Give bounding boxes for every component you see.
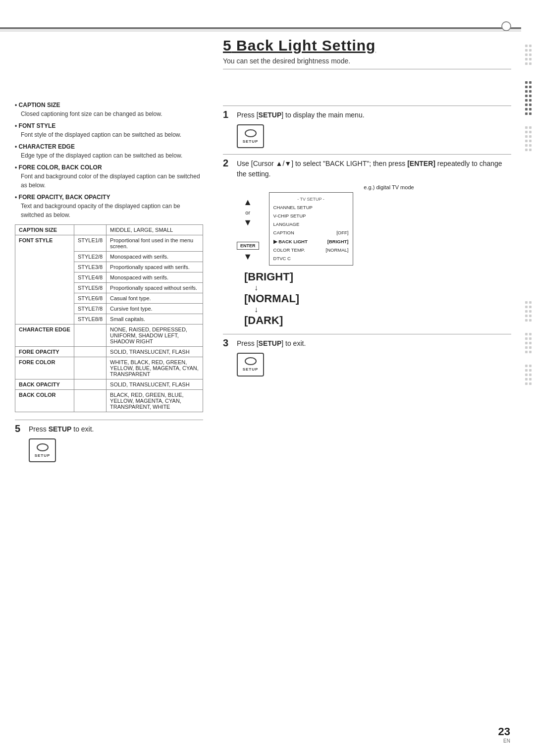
- setup-lens-icon: [37, 443, 49, 451]
- step2: 2 Use [Cursor ▲/▼] to select "BACK LIGHT…: [223, 159, 511, 327]
- settings-table: CAPTION SIZE MIDDLE, LARGE, SMALL FONT S…: [15, 224, 203, 412]
- step3: 3 Press [SETUP] to exit. SETUP: [223, 338, 511, 377]
- table-row: FORE COLOR WHITE, BLACK, RED, GREEN, YEL…: [15, 357, 203, 379]
- mode-arrow-2: ↓: [254, 305, 511, 314]
- bullet-fore-opacity-back-opacity: FORE OPACITY, BACK OPACITY Text and back…: [15, 194, 203, 219]
- setup-lens-icon: [245, 357, 257, 365]
- step2-divider: [223, 154, 511, 155]
- bright-normal-dark-section: [BRIGHT] ↓ [NORMAL] ↓ [DARK]: [244, 270, 511, 327]
- step1-setup-icon: SETUP: [237, 124, 511, 148]
- step3-divider: [223, 334, 511, 334]
- step5: 5 Press SETUP to exit. SETUP: [15, 424, 203, 462]
- diagram-label: e.g.) digital TV mode: [267, 184, 511, 190]
- right-border-decoration: [521, 0, 535, 756]
- mode-bright: [BRIGHT]: [244, 270, 511, 283]
- step5-divider: [15, 420, 203, 420]
- menu-row-colortemp: COLOR TEMP.[NORMAL]: [273, 246, 349, 254]
- enter-button: ENTER: [237, 242, 259, 250]
- bullet-fore-color-back-color: FORE COLOR, BACK COLOR Font and backgrou…: [15, 164, 203, 190]
- page-number-section: 23 EN: [498, 725, 510, 744]
- enter-arrow-icon: ▼: [243, 252, 252, 262]
- tv-menu-box: - TV SETUP - CHANNEL SETUP V-CHIP SETUP …: [269, 192, 353, 266]
- mode-arrow-1: ↓: [254, 283, 511, 292]
- menu-row-caption: CAPTION[OFF]: [273, 228, 349, 237]
- menu-row-dtvc: DTVC C: [273, 254, 349, 263]
- bullet-caption-size: CAPTION SIZE Closed captioning font size…: [15, 102, 203, 118]
- mode-dark: [DARK]: [244, 314, 511, 327]
- mode-normal: [NORMAL]: [244, 292, 511, 305]
- table-row: BACK OPACITY SOLID, TRANSLUCENT, FLASH: [15, 379, 203, 390]
- menu-row-channel: CHANNEL SETUP: [273, 203, 349, 212]
- step5-section: 5 Press SETUP to exit. SETUP: [15, 420, 203, 462]
- page-sub: EN: [498, 738, 510, 744]
- table-row: FONT STYLE STYLE1/8 Proportional font us…: [15, 235, 203, 252]
- menu-row-backlight: ▶ BACK LIGHT[BRIGHT]: [273, 237, 349, 246]
- cursor-arrows: ▲ or ▼ ENTER ▼: [237, 197, 259, 262]
- setup-lens-icon: [245, 129, 257, 137]
- step3-setup-icon: SETUP: [237, 353, 511, 377]
- table-row: CHARACTER EDGE NONE, RAISED, DEPRESSED, …: [15, 324, 203, 347]
- bullet-character-edge: CHARACTER EDGE Edge type of the displaye…: [15, 143, 203, 160]
- menu-row-vchip: V-CHIP SETUP: [273, 212, 349, 220]
- step1: 1 Press [SETUP] to display the main menu…: [223, 110, 511, 148]
- right-column: 1 Press [SETUP] to display the main menu…: [213, 37, 521, 756]
- table-row: CAPTION SIZE MIDDLE, LARGE, SMALL: [15, 225, 203, 235]
- page-number: 23: [498, 725, 510, 738]
- or-label: or: [245, 210, 250, 216]
- bullet-font-style: FONT STYLE Font style of the displayed c…: [15, 122, 203, 139]
- arrow-down-icon: ▼: [243, 217, 252, 228]
- arrow-up-icon: ▲: [243, 197, 252, 208]
- menu-header: - TV SETUP -: [273, 195, 349, 203]
- step1-divider-top: [223, 106, 511, 106]
- menu-row-language: LANGUAGE: [273, 220, 349, 228]
- diagram-layout: ▲ or ▼ ENTER ▼ - TV SETUP - CHANNEL SETU…: [237, 192, 511, 266]
- table-row: FORE OPACITY SOLID, TRANSLUCENT, FLASH: [15, 347, 203, 357]
- table-row: BACK COLOR BLACK, RED, GREEN, BLUE, YELL…: [15, 390, 203, 412]
- left-column: CAPTION SIZE Closed captioning font size…: [0, 37, 213, 756]
- bullet-points-section: CAPTION SIZE Closed captioning font size…: [15, 102, 203, 219]
- step2-diagram: e.g.) digital TV mode ▲ or ▼ ENTER ▼: [237, 184, 511, 327]
- step5-setup-icon: SETUP: [29, 438, 203, 462]
